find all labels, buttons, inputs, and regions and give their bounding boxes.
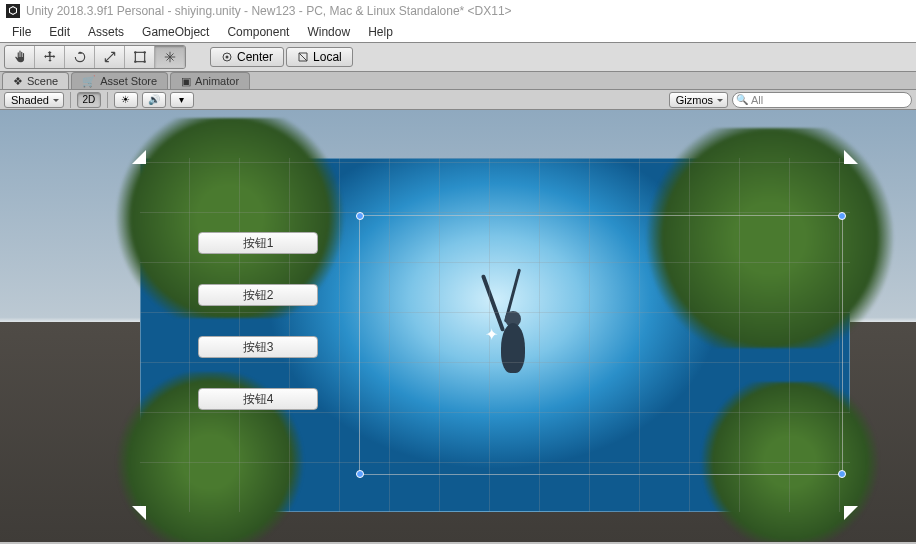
hand-tool[interactable]	[5, 46, 35, 68]
menu-assets[interactable]: Assets	[80, 23, 132, 41]
sun-icon: ☀	[121, 94, 130, 105]
main-toolbar: Center Local	[0, 42, 916, 72]
game-button-2[interactable]: 按钮2	[198, 284, 318, 306]
svg-point-3	[134, 61, 136, 63]
rotate-tool[interactable]	[65, 46, 95, 68]
tab-animator[interactable]: ▣ Animator	[170, 72, 250, 89]
canvas-corner-icon[interactable]	[132, 506, 146, 520]
shading-mode-dropdown[interactable]: Shaded	[4, 92, 64, 108]
asset-store-icon: 🛒	[82, 75, 96, 88]
game-button-3[interactable]: 按钮3	[198, 336, 318, 358]
toggle-2d[interactable]: 2D	[77, 92, 101, 108]
svg-point-2	[143, 51, 145, 53]
rect-handle[interactable]	[356, 470, 364, 478]
rect-handle-line	[360, 215, 842, 216]
canvas-corner-icon[interactable]	[844, 506, 858, 520]
scene-icon: ❖	[13, 75, 23, 88]
move-tool[interactable]	[35, 46, 65, 68]
window-title: Unity 2018.3.9f1 Personal - shiying.unit…	[26, 4, 512, 18]
menu-file[interactable]: File	[4, 23, 39, 41]
canvas-gizmo[interactable]: 按钮1 按钮2 按钮3 按钮4 ✦	[140, 158, 850, 512]
game-button-4[interactable]: 按钮4	[198, 388, 318, 410]
image-icon: ▾	[179, 94, 184, 105]
ui-button-list: 按钮1 按钮2 按钮3 按钮4	[198, 232, 318, 410]
menu-window[interactable]: Window	[299, 23, 358, 41]
scene-search[interactable]: All	[732, 92, 912, 108]
rect-handle-line	[842, 216, 843, 474]
animator-icon: ▣	[181, 75, 191, 88]
svg-point-5	[226, 56, 229, 59]
foliage-decor	[690, 382, 890, 542]
canvas-corner-icon[interactable]	[844, 150, 858, 164]
svg-rect-0	[135, 52, 144, 61]
character-silhouette	[481, 293, 541, 413]
tab-scene[interactable]: ❖ Scene	[2, 72, 69, 89]
unity-logo-icon	[6, 4, 20, 18]
menu-component[interactable]: Component	[219, 23, 297, 41]
menu-gameobject[interactable]: GameObject	[134, 23, 217, 41]
local-global-toggle[interactable]: Local	[286, 47, 353, 67]
rect-handle[interactable]	[356, 212, 364, 220]
scene-viewport[interactable]: 按钮1 按钮2 按钮3 按钮4 ✦	[0, 110, 916, 542]
menu-edit[interactable]: Edit	[41, 23, 78, 41]
foliage-decor	[630, 128, 910, 348]
rect-handle[interactable]	[838, 470, 846, 478]
toggle-audio[interactable]: 🔊	[142, 92, 166, 108]
svg-point-1	[134, 51, 136, 53]
gizmos-dropdown[interactable]: Gizmos	[669, 92, 728, 108]
game-button-1[interactable]: 按钮1	[198, 232, 318, 254]
menu-bar: File Edit Assets GameObject Component Wi…	[0, 22, 916, 42]
rect-tool[interactable]	[125, 46, 155, 68]
pivot-center-toggle[interactable]: Center	[210, 47, 284, 67]
transform-combo-tool[interactable]	[155, 46, 185, 68]
rect-handle-line	[360, 474, 842, 475]
rect-handle[interactable]	[838, 212, 846, 220]
canvas-corner-icon[interactable]	[132, 150, 146, 164]
window-titlebar: Unity 2018.3.9f1 Personal - shiying.unit…	[0, 0, 916, 22]
scale-tool[interactable]	[95, 46, 125, 68]
rect-handle-line	[359, 216, 360, 474]
svg-point-4	[143, 61, 145, 63]
panel-tabs: ❖ Scene 🛒 Asset Store ▣ Animator	[0, 72, 916, 90]
tab-asset-store[interactable]: 🛒 Asset Store	[71, 72, 168, 89]
menu-help[interactable]: Help	[360, 23, 401, 41]
speaker-icon: 🔊	[148, 94, 160, 105]
transform-tools	[4, 45, 186, 69]
scene-view-toolbar: Shaded 2D ☀ 🔊 ▾ Gizmos All	[0, 90, 916, 110]
toggle-lighting[interactable]: ☀	[114, 92, 138, 108]
toggle-effects[interactable]: ▾	[170, 92, 194, 108]
pivot-gizmo-icon[interactable]: ✦	[485, 325, 505, 345]
